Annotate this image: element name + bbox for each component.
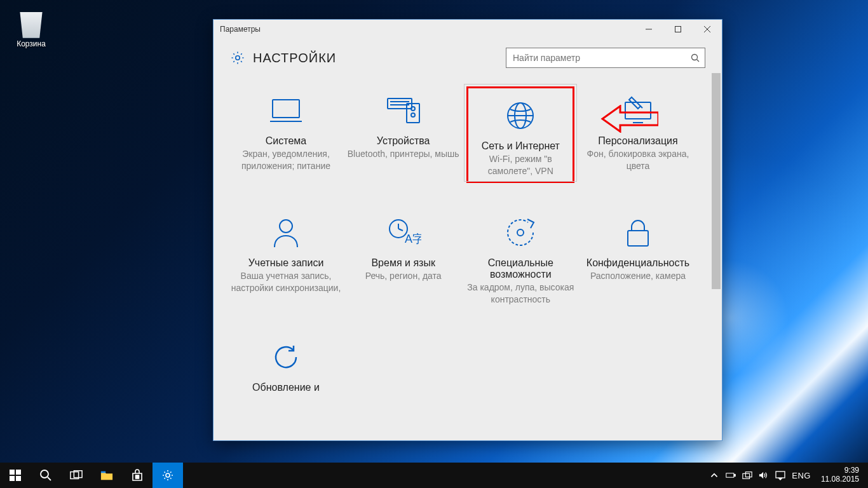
- system-icon: [230, 88, 342, 133]
- ease-of-access-icon: [465, 210, 576, 255]
- svg-point-20: [280, 220, 292, 233]
- tray-time: 9:39: [821, 466, 859, 475]
- tile-subtitle: Bluetooth, принтеры, мышь: [348, 148, 459, 160]
- svg-point-13: [411, 107, 415, 111]
- svg-point-31: [41, 470, 48, 478]
- svg-point-40: [166, 473, 170, 477]
- svg-rect-36: [136, 475, 137, 477]
- svg-rect-28: [16, 470, 21, 475]
- system-tray: ENG 9:39 11.08.2015: [704, 463, 868, 488]
- taskbar-file-explorer[interactable]: [92, 463, 122, 488]
- tray-notifications-icon[interactable]: [775, 470, 785, 480]
- personalization-icon: [582, 88, 694, 133]
- svg-text:A字: A字: [405, 233, 421, 245]
- svg-rect-38: [136, 477, 137, 478]
- tile-update[interactable]: Обновление и: [230, 335, 342, 393]
- svg-rect-26: [628, 231, 648, 246]
- taskbar-store[interactable]: [122, 463, 153, 488]
- svg-rect-41: [726, 473, 734, 477]
- tile-subtitle: Экран, уведомления, приложения; питание: [230, 148, 342, 172]
- accounts-icon: [230, 210, 342, 255]
- tile-network[interactable]: Сеть и Интернет Wi-Fi, режим "в самолете…: [465, 85, 576, 181]
- svg-point-25: [517, 229, 524, 236]
- devices-icon: [348, 88, 459, 133]
- svg-line-32: [48, 477, 51, 480]
- search-icon: [691, 53, 700, 62]
- tile-subtitle: Wi-Fi, режим "в самолете", VPN: [471, 153, 570, 177]
- recycle-bin-label: Корзина: [9, 39, 53, 48]
- tray-volume-icon[interactable]: [759, 470, 769, 480]
- tray-clock[interactable]: 9:39 11.08.2015: [817, 466, 863, 484]
- desktop-icon-recycle-bin[interactable]: Корзина: [9, 6, 53, 48]
- tile-time-language[interactable]: A字 Время и язык Речь, регион, дата: [348, 210, 459, 306]
- window-maximize-button[interactable]: [663, 20, 693, 39]
- svg-rect-7: [273, 100, 299, 118]
- tile-title: Обновление и: [230, 382, 342, 393]
- svg-rect-42: [735, 474, 736, 476]
- tile-subtitle: Речь, регион, дата: [348, 270, 459, 282]
- svg-rect-27: [10, 470, 15, 475]
- settings-title: НАСТРОЙКИ: [253, 51, 336, 65]
- svg-rect-35: [101, 471, 105, 473]
- update-icon: [230, 335, 342, 379]
- window-title: Параметры: [220, 25, 634, 34]
- taskbar: ENG 9:39 11.08.2015: [0, 463, 868, 488]
- lock-icon: [582, 210, 694, 255]
- tray-language[interactable]: ENG: [792, 471, 811, 480]
- svg-rect-37: [138, 475, 139, 477]
- settings-header: НАСТРОЙКИ: [214, 39, 722, 73]
- svg-point-5: [692, 55, 698, 60]
- taskbar-settings-app[interactable]: [153, 463, 183, 488]
- time-language-icon: A字: [348, 210, 459, 255]
- svg-rect-1: [675, 27, 681, 32]
- svg-rect-29: [10, 476, 15, 481]
- globe-icon: [471, 93, 570, 138]
- tile-title: Специальные возможности: [465, 257, 576, 280]
- tray-date: 11.08.2015: [821, 475, 859, 484]
- window-close-button[interactable]: [693, 20, 722, 39]
- tile-subtitle: Фон, блокировка экрана, цвета: [582, 148, 694, 172]
- tile-title: Персонализация: [582, 135, 694, 147]
- search-field[interactable]: [512, 52, 691, 64]
- window-minimize-button[interactable]: [634, 20, 663, 39]
- tile-subtitle: Расположение, камера: [582, 270, 694, 282]
- tile-devices[interactable]: Устройства Bluetooth, принтеры, мышь: [348, 88, 459, 181]
- tile-accounts[interactable]: Учетные записи Ваша учетная запись, наст…: [230, 210, 342, 306]
- settings-scrollbar[interactable]: [710, 73, 722, 440]
- svg-rect-45: [776, 471, 785, 478]
- svg-line-6: [697, 60, 700, 62]
- tile-subtitle: Ваша учетная запись, настройки синхрониз…: [230, 270, 342, 294]
- tray-network-icon[interactable]: [742, 470, 752, 480]
- settings-content: Система Экран, уведомления, приложения; …: [214, 73, 710, 440]
- svg-rect-30: [16, 476, 21, 481]
- search-input[interactable]: [506, 48, 705, 68]
- tile-title: Конфиденциальность: [582, 257, 694, 269]
- svg-line-23: [398, 229, 403, 231]
- scrollbar-thumb[interactable]: [712, 73, 721, 289]
- window-titlebar[interactable]: Параметры: [214, 20, 722, 39]
- tile-title: Устройства: [348, 135, 459, 147]
- tray-chevron-up-icon[interactable]: [709, 470, 719, 480]
- tray-battery-icon[interactable]: [726, 470, 736, 480]
- taskbar-search-button[interactable]: [31, 463, 61, 488]
- tile-privacy[interactable]: Конфиденциальность Расположение, камера: [582, 210, 694, 306]
- svg-point-4: [236, 56, 240, 60]
- svg-rect-43: [743, 473, 750, 478]
- svg-rect-39: [138, 477, 139, 478]
- tile-personalization[interactable]: Персонализация Фон, блокировка экрана, ц…: [582, 88, 694, 181]
- gear-icon: [230, 50, 245, 65]
- svg-rect-44: [746, 472, 752, 477]
- settings-window: Параметры НАСТРОЙКИ: [213, 19, 722, 441]
- svg-rect-18: [625, 102, 651, 119]
- tile-title: Система: [230, 135, 342, 147]
- tile-title: Сеть и Интернет: [471, 140, 570, 152]
- tile-subtitle: За кадром, лупа, высокая контрастность: [465, 281, 576, 306]
- svg-point-14: [411, 113, 415, 117]
- desktop-background: Корзина Параметры НАСТРОЙКИ: [0, 0, 868, 488]
- tile-ease-of-access[interactable]: Специальные возможности За кадром, лупа,…: [465, 210, 576, 306]
- task-view-button[interactable]: [61, 463, 92, 488]
- tile-title: Учетные записи: [230, 257, 342, 269]
- recycle-bin-icon: [17, 6, 45, 38]
- start-button[interactable]: [0, 463, 31, 488]
- tile-system[interactable]: Система Экран, уведомления, приложения; …: [230, 88, 342, 181]
